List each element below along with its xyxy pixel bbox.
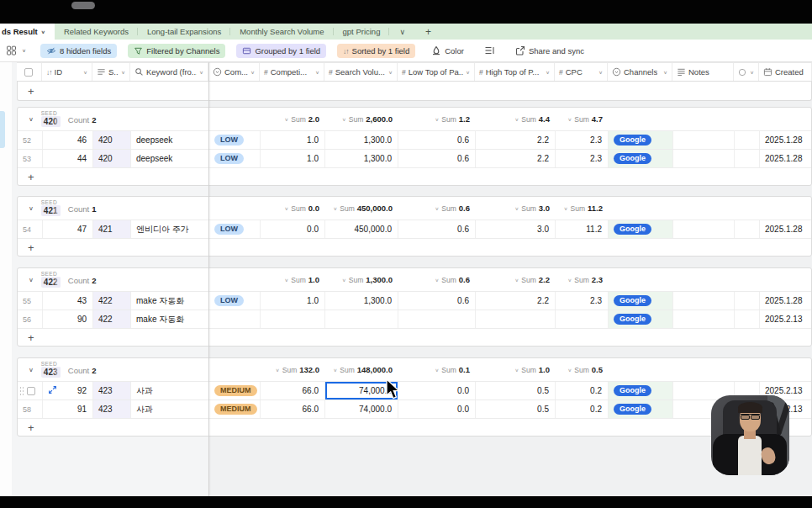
- row-checkbox[interactable]: [27, 387, 35, 395]
- column-header-rownum[interactable]: [17, 63, 42, 81]
- group-collapse-chevron-icon[interactable]: ∨: [29, 367, 34, 373]
- cell-s[interactable]: 420: [93, 150, 131, 167]
- pill-8-hidden-fields[interactable]: 8 hidden fields: [40, 44, 117, 58]
- sum-chevron-icon[interactable]: ∨: [567, 116, 572, 121]
- table-row[interactable]: 5246420deepseekLOW1.01,300.00.62.22.3Goo…: [18, 130, 811, 149]
- column-header-search_volume[interactable]: #Search Volu...∨: [324, 63, 398, 81]
- frozen-column-divider[interactable]: [208, 62, 209, 496]
- sum-chevron-icon[interactable]: ∨: [284, 116, 288, 121]
- cell-com[interactable]: LOW: [209, 131, 261, 149]
- drag-handle[interactable]: [19, 386, 24, 395]
- group-sum-high_top[interactable]: ∨Sum1.0: [476, 358, 556, 381]
- sum-chevron-icon[interactable]: ∨: [342, 277, 346, 282]
- cell-competition[interactable]: 1.0: [261, 150, 325, 167]
- pill-sorted-by-1-field[interactable]: ↓↑Sorted by 1 field: [337, 44, 415, 58]
- cell-competition[interactable]: 66.0: [261, 382, 325, 400]
- group-sum-competition[interactable]: ∨Sum1.0: [261, 268, 325, 291]
- group-sum-low_top[interactable]: ∨Sum0.6: [398, 197, 476, 220]
- sum-chevron-icon[interactable]: ∨: [514, 367, 519, 372]
- sum-chevron-icon[interactable]: ∨: [284, 205, 288, 210]
- table-row[interactable]: 5891423사과MEDIUM66.074,000.00.00.50.2Goog…: [18, 400, 811, 418]
- cell-high_top[interactable]: 2.2: [476, 131, 556, 149]
- cell-low_top[interactable]: 0.0: [398, 382, 476, 400]
- cell-high_top[interactable]: 0.5: [476, 382, 556, 400]
- table-row[interactable]: 5447421엔비디아 주가LOW0.0450,000.00.63.011.2G…: [18, 220, 811, 238]
- cell-high_top[interactable]: 0.5: [476, 400, 556, 418]
- cell-lock[interactable]: [735, 131, 760, 149]
- views-chevron-icon[interactable]: ∨: [22, 48, 26, 53]
- cell-low_top[interactable]: 0.6: [398, 131, 476, 149]
- cell-channels[interactable]: Google: [609, 292, 673, 310]
- group-sum-high_top[interactable]: ∨Sum2.2: [476, 268, 556, 291]
- cell-cpc[interactable]: 11.2: [556, 220, 609, 238]
- column-chevron-icon[interactable]: ∨: [546, 69, 550, 74]
- cell-competition[interactable]: 1.0: [261, 131, 325, 149]
- cell-cpc[interactable]: 0.2: [556, 400, 609, 418]
- column-header-created[interactable]: Created: [759, 63, 812, 81]
- cell-created[interactable]: 2025.1.28: [760, 131, 812, 149]
- row-height-button[interactable]: [484, 45, 495, 56]
- cell-keyword[interactable]: deepseek: [131, 150, 209, 167]
- group-sum-search_volume[interactable]: ∨Sum450,000.0: [325, 197, 398, 220]
- cell-keyword[interactable]: 엔비디아 주가: [131, 220, 209, 238]
- tab-long-tail-expansions[interactable]: Long-tail Expansions: [138, 24, 230, 40]
- add-view-tab-button[interactable]: +: [415, 24, 441, 40]
- cell-channels[interactable]: Google: [609, 150, 673, 167]
- group-sum-cpc[interactable]: ∨Sum4.7: [556, 108, 609, 130]
- column-chevron-icon[interactable]: ∨: [598, 69, 603, 74]
- tab-overflow-chevron-icon[interactable]: ∨: [389, 24, 415, 40]
- cell-rownum[interactable]: [18, 382, 43, 400]
- cell-created[interactable]: 2025.1.28: [760, 150, 812, 167]
- cell-competition[interactable]: [261, 310, 325, 328]
- group-sum-competition[interactable]: ∨Sum2.0: [261, 108, 325, 130]
- cell-lock[interactable]: [735, 292, 760, 310]
- cell-lock[interactable]: [735, 310, 760, 328]
- group-collapse-chevron-icon[interactable]: ∨: [29, 205, 34, 212]
- column-header-high_top[interactable]: #High Top of P...∨: [475, 63, 555, 81]
- cell-id[interactable]: 47: [43, 220, 93, 238]
- cell-search_volume[interactable]: 1,300.0: [325, 292, 398, 310]
- cell-search_volume[interactable]: 1,300.0: [325, 131, 398, 149]
- cell-id[interactable]: 91: [43, 400, 93, 418]
- cell-channels[interactable]: Google: [609, 220, 673, 238]
- cell-rownum[interactable]: 54: [18, 220, 43, 238]
- column-chevron-icon[interactable]: ∨: [83, 69, 87, 74]
- add-row-button[interactable]: +: [18, 418, 811, 436]
- column-header-com[interactable]: Com...∨: [208, 63, 260, 81]
- views-toggle-icon[interactable]: [6, 45, 17, 56]
- column-header-id[interactable]: ↓↑ID∨: [42, 63, 92, 81]
- cell-low_top[interactable]: 0.6: [398, 220, 476, 238]
- cell-cpc[interactable]: 2.3: [556, 150, 609, 167]
- cell-lock[interactable]: [735, 150, 760, 167]
- cell-created[interactable]: 2025.2.13: [760, 310, 812, 328]
- column-header-channels[interactable]: Channels∨: [608, 63, 672, 81]
- add-row-button[interactable]: +: [18, 82, 811, 100]
- tab-chevron-icon[interactable]: ∨: [41, 29, 45, 34]
- sum-chevron-icon[interactable]: ∨: [563, 205, 567, 210]
- cell-s[interactable]: 420: [93, 131, 131, 149]
- cell-s[interactable]: 423: [93, 400, 131, 418]
- group-sum-search_volume[interactable]: ∨Sum1,300.0: [325, 268, 398, 291]
- group-sum-low_top[interactable]: ∨Sum1.2: [398, 108, 476, 130]
- column-chevron-icon[interactable]: ∨: [750, 69, 754, 74]
- add-row-button[interactable]: +: [18, 167, 811, 185]
- cell-id[interactable]: 92: [43, 382, 93, 400]
- group-sum-low_top[interactable]: ∨Sum0.6: [398, 268, 476, 291]
- column-header-notes[interactable]: Notes: [672, 63, 734, 81]
- tab-related-keywords[interactable]: Related Keywords: [55, 24, 138, 40]
- tab-ds-result[interactable]: ds Result∨: [0, 24, 55, 40]
- sum-chevron-icon[interactable]: ∨: [514, 205, 519, 210]
- cell-competition[interactable]: 1.0: [261, 292, 325, 310]
- cell-id[interactable]: 90: [43, 310, 93, 328]
- cell-low_top[interactable]: [398, 310, 476, 328]
- cell-notes[interactable]: [673, 131, 735, 149]
- cell-channels[interactable]: Google: [609, 131, 673, 149]
- cell-com[interactable]: MEDIUM: [209, 400, 261, 418]
- cell-s[interactable]: 422: [93, 310, 131, 328]
- group-sum-cpc[interactable]: ∨Sum11.2: [556, 197, 609, 220]
- cell-s[interactable]: 422: [93, 292, 131, 310]
- cell-search_volume[interactable]: 1,300.0: [325, 150, 398, 167]
- column-header-low_top[interactable]: #Low Top of Pa...∨: [398, 63, 475, 81]
- table-row[interactable]: 5690422make 자동화Google2025.2.13: [18, 310, 811, 328]
- sum-chevron-icon[interactable]: ∨: [435, 277, 439, 282]
